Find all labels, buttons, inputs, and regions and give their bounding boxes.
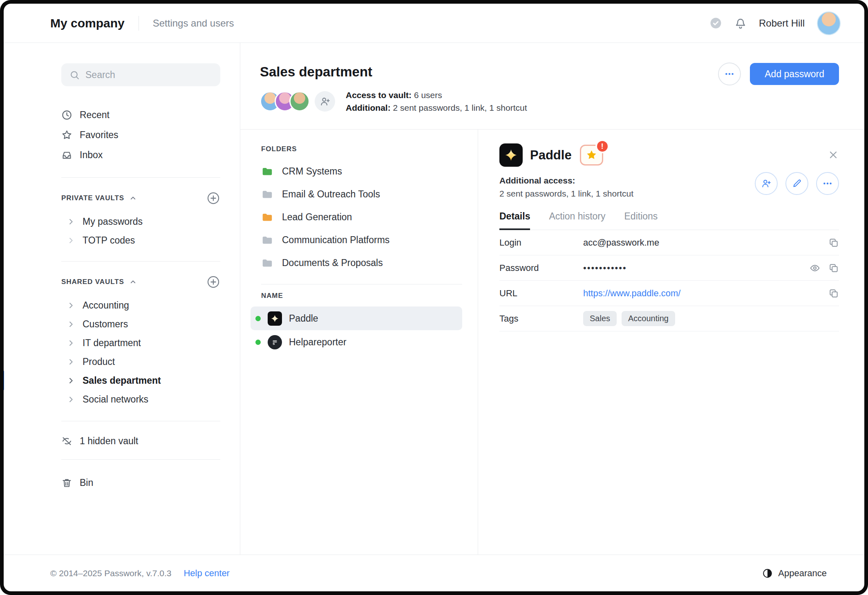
footer: © 2014–2025 Passwork, v.7.0.3 Help cente… <box>4 555 864 591</box>
copy-icon[interactable] <box>828 288 839 299</box>
company-name[interactable]: My company <box>50 16 125 30</box>
records-title: NAME <box>261 292 462 300</box>
vault-more-button[interactable] <box>718 63 741 85</box>
more-button[interactable] <box>816 172 839 195</box>
status-dot <box>255 340 261 345</box>
add-shared-vault-button[interactable] <box>206 275 220 289</box>
sidebar-item-customers[interactable]: Customers <box>61 315 220 333</box>
sidebar-item-sales-department[interactable]: Sales department <box>61 371 220 390</box>
close-icon[interactable] <box>828 149 839 161</box>
copyright-text: © 2014–2025 Passwork, v.7.0.3 <box>50 568 171 578</box>
record-paddle[interactable]: Paddle <box>251 306 462 330</box>
chevron-right-icon <box>67 302 75 309</box>
folder-email-outreach[interactable]: Email & Outreach Tools <box>261 183 462 206</box>
field-tags: Tags SalesAccounting <box>499 306 839 331</box>
check-circle-icon[interactable] <box>709 17 722 29</box>
eye-off-icon <box>61 436 72 447</box>
field-login: Login acc@passwork.me <box>499 230 839 255</box>
sidebar-divider <box>61 177 220 178</box>
tab-editions[interactable]: Editions <box>624 211 658 230</box>
sidebar-divider <box>61 459 220 460</box>
chevron-right-icon <box>67 339 75 347</box>
appearance-toggle[interactable]: Appearance <box>762 568 827 579</box>
sidebar-divider <box>61 261 220 262</box>
ellipsis-icon <box>724 69 735 79</box>
sidebar-item-it-department[interactable]: IT department <box>61 333 220 352</box>
field-password: Password ••••••••••• <box>499 255 839 281</box>
vault-user-avatars[interactable] <box>260 91 304 112</box>
pencil-icon <box>792 178 802 189</box>
url-link[interactable]: https://www.paddle.com/ <box>583 288 828 299</box>
sidebar-item-bin[interactable]: Bin <box>61 473 220 493</box>
folder-icon <box>261 257 273 269</box>
chevron-right-icon <box>67 218 75 226</box>
sidebar-item-totp-codes[interactable]: TOTP codes <box>61 231 220 250</box>
bell-icon[interactable] <box>734 17 747 29</box>
folders-title: FOLDERS <box>261 145 462 153</box>
user-name[interactable]: Robert Hill <box>759 18 805 29</box>
passwork-app: My company Settings and users Robert Hil… <box>4 4 864 591</box>
record-detail-panel: Paddle ! Additional access: 2 sent passw… <box>478 130 864 555</box>
record-title: Paddle <box>530 148 572 163</box>
hidden-vault-row[interactable]: 1 hidden vault <box>61 431 220 451</box>
chevron-up-icon[interactable] <box>129 278 137 286</box>
settings-users-link[interactable]: Settings and users <box>153 18 234 29</box>
person-plus-icon <box>320 96 331 107</box>
sidebar-item-social-networks[interactable]: Social networks <box>61 390 220 409</box>
status-dot <box>255 316 261 321</box>
folder-crm-systems[interactable]: CRM Systems <box>261 160 462 183</box>
search-icon <box>69 70 80 80</box>
field-url: URL https://www.paddle.com/ <box>499 281 839 306</box>
trash-icon <box>61 477 72 488</box>
chevron-right-icon <box>67 237 75 244</box>
tag-sales[interactable]: Sales <box>583 311 617 326</box>
sidebar-divider <box>61 421 220 421</box>
avatar[interactable] <box>289 91 310 112</box>
alert-badge: ! <box>595 139 609 153</box>
folder-icon <box>261 211 273 223</box>
help-center-link[interactable]: Help center <box>183 568 230 579</box>
user-avatar[interactable] <box>817 11 841 35</box>
folder-icon <box>261 165 273 177</box>
sidebar-item-recent[interactable]: Recent <box>61 105 220 125</box>
share-access-button[interactable] <box>755 172 778 195</box>
add-private-vault-button[interactable] <box>206 191 220 205</box>
sidebar-item-product[interactable]: Product <box>61 352 220 371</box>
inbox-icon <box>61 150 72 161</box>
tab-details[interactable]: Details <box>499 211 530 230</box>
chevron-right-icon <box>67 396 75 403</box>
chevron-up-icon[interactable] <box>129 195 137 202</box>
private-vaults-title: PRIVATE VAULTS <box>61 194 124 202</box>
sidebar-item-accounting[interactable]: Accounting <box>61 296 220 315</box>
search-input[interactable] <box>85 69 212 81</box>
add-password-button[interactable]: Add password <box>750 63 839 85</box>
shared-vaults-title: SHARED VAULTS <box>61 278 124 286</box>
column-divider <box>261 284 462 284</box>
folder-icon <box>261 188 273 200</box>
tab-action-history[interactable]: Action history <box>549 211 605 230</box>
folder-documents-proposals[interactable]: Documents & Proposals <box>261 251 462 274</box>
chevron-right-icon <box>67 358 75 366</box>
sidebar-item-favorites[interactable]: Favorites <box>61 125 220 145</box>
tag-accounting[interactable]: Accounting <box>622 311 675 326</box>
window-frame: My company Settings and users Robert Hil… <box>0 0 868 595</box>
record-helpareporter[interactable]: Helpareporter <box>251 330 462 354</box>
favorite-badge[interactable]: ! <box>580 145 603 166</box>
sidebar-item-inbox[interactable]: Inbox <box>61 145 220 165</box>
sidebar-item-my-passwords[interactable]: My passwords <box>61 212 220 231</box>
paddle-icon <box>268 311 282 326</box>
folder-lead-generation[interactable]: Lead Generation <box>261 206 462 228</box>
folders-column: FOLDERS CRM Systems Email & Outreach Too… <box>240 130 478 555</box>
edit-button[interactable] <box>785 172 808 195</box>
person-plus-icon <box>761 178 772 189</box>
folder-communication-platforms[interactable]: Communication Platforms <box>261 228 462 251</box>
detail-tabs: Details Action history Editions <box>499 211 839 230</box>
sidebar: Recent Favorites Inbox PRIVATE VAULTS <box>4 43 240 555</box>
topbar: My company Settings and users Robert Hil… <box>4 4 864 43</box>
chevron-right-icon <box>67 377 75 385</box>
ellipsis-icon <box>822 178 833 189</box>
eye-icon[interactable] <box>810 263 820 273</box>
copy-icon[interactable] <box>828 237 839 248</box>
add-user-button[interactable] <box>315 91 335 112</box>
copy-icon[interactable] <box>828 263 839 273</box>
